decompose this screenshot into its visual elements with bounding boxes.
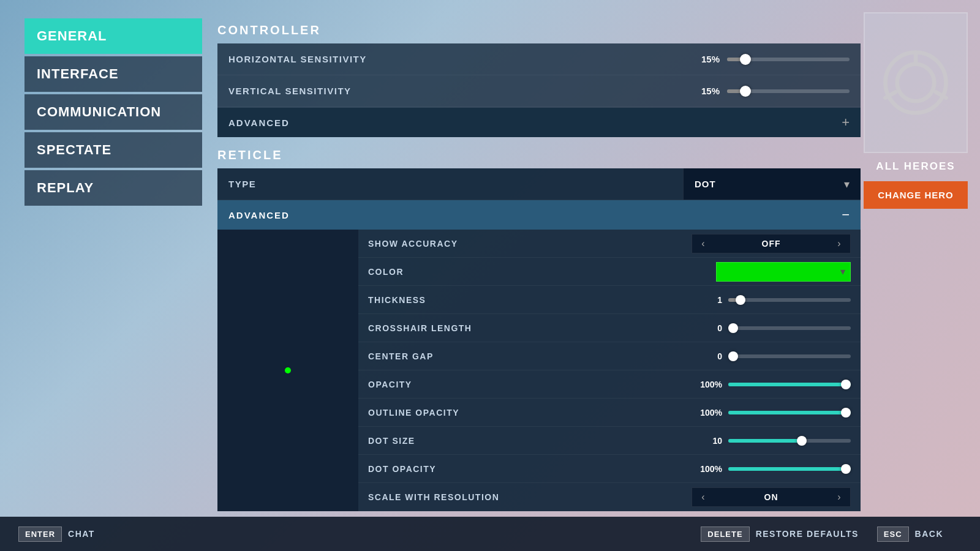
controller-section-label: CONTROLLER — [217, 23, 861, 37]
thickness-slider[interactable] — [728, 298, 851, 302]
outline-opacity-fill — [728, 411, 851, 414]
reticle-type-row: TYPE DOT ▾ — [217, 168, 861, 200]
sidebar-item-spectate[interactable]: SPECTATE — [24, 132, 202, 168]
scale-resolution-control[interactable]: ‹ ON › — [692, 487, 851, 507]
scale-resolution-row: SCALE WITH RESOLUTION ‹ ON › — [358, 483, 861, 511]
restore-defaults-label: RESTORE DEFAULTS — [756, 529, 859, 539]
reticle-panel: TYPE DOT ▾ ADVANCED − SHOW ACCURACY — [217, 168, 861, 511]
outline-opacity-label: OUTLINE OPACITY — [368, 408, 692, 418]
chat-action-label: CHAT — [68, 529, 95, 539]
scale-resolution-left-btn[interactable]: ‹ — [692, 487, 714, 507]
scale-resolution-label: SCALE WITH RESOLUTION — [368, 492, 692, 502]
reticle-preview — [217, 230, 358, 511]
vertical-sensitivity-row: VERTICAL SENSITIVITY 15% — [217, 75, 861, 107]
color-swatch[interactable]: ▾ — [716, 262, 851, 282]
thickness-value: 1 — [692, 295, 722, 305]
hero-name: ALL HEROES — [876, 153, 955, 181]
opacity-thumb[interactable] — [841, 380, 851, 389]
vertical-sensitivity-label: VERTICAL SENSITIVITY — [228, 86, 689, 96]
thickness-label: THICKNESS — [368, 295, 692, 305]
crosshair-dot — [285, 367, 291, 373]
dot-size-fill — [728, 439, 802, 443]
back-label: BACK — [915, 529, 943, 539]
sidebar-item-replay[interactable]: REPLAY — [24, 170, 202, 206]
controller-advanced-plus-icon: + — [842, 114, 850, 130]
reticle-section-label: RETICLE — [217, 148, 861, 162]
opacity-row: OPACITY 100% — [358, 370, 861, 399]
thickness-row: THICKNESS 1 — [358, 286, 861, 314]
reticle-advanced-header[interactable]: ADVANCED − — [217, 200, 861, 230]
hero-portrait — [864, 12, 968, 153]
dot-opacity-thumb[interactable] — [841, 464, 851, 474]
opacity-value: 100% — [692, 380, 722, 389]
reticle-advanced-content: SHOW ACCURACY ‹ OFF › COLOR ▾ THIC — [217, 230, 861, 511]
center-gap-label: CENTER GAP — [368, 351, 692, 361]
bottom-bar: ENTER CHAT DELETE RESTORE DEFAULTS ESC B… — [0, 517, 980, 551]
show-accuracy-label: SHOW ACCURACY — [368, 239, 692, 249]
crosshair-length-row: CROSSHAIR LENGTH 0 — [358, 314, 861, 342]
controller-advanced-header[interactable]: ADVANCED + — [217, 108, 861, 137]
controller-panel: HORIZONTAL SENSITIVITY 15% VERTICAL SENS… — [217, 43, 861, 137]
reticle-advanced-toggle-icon: − — [842, 207, 850, 223]
outline-opacity-thumb[interactable] — [841, 408, 851, 418]
horizontal-sensitivity-row: HORIZONTAL SENSITIVITY 15% — [217, 43, 861, 75]
center-gap-value: 0 — [692, 351, 722, 361]
color-dropdown-arrow-icon: ▾ — [840, 266, 845, 277]
dot-size-value: 10 — [692, 436, 722, 446]
opacity-label: OPACITY — [368, 380, 692, 389]
outline-opacity-slider[interactable] — [728, 411, 851, 414]
delete-key: DELETE — [701, 527, 749, 542]
reticle-type-dropdown[interactable]: DOT ▾ — [683, 168, 861, 200]
sidebar: GENERAL INTERFACE COMMUNICATION SPECTATE… — [24, 18, 202, 206]
dot-opacity-label: DOT OPACITY — [368, 464, 692, 474]
main-content: CONTROLLER HORIZONTAL SENSITIVITY 15% VE… — [217, 12, 861, 514]
horizontal-sensitivity-value: 15% — [689, 54, 720, 64]
horizontal-sensitivity-slider[interactable] — [727, 58, 850, 61]
dot-opacity-value: 100% — [692, 464, 722, 474]
change-hero-button[interactable]: CHANGE HERO — [864, 181, 968, 209]
outline-opacity-value: 100% — [692, 408, 722, 418]
show-accuracy-left-btn[interactable]: ‹ — [692, 234, 714, 253]
svg-point-1 — [897, 64, 935, 102]
sidebar-item-communication[interactable]: COMMUNICATION — [24, 94, 202, 130]
reticle-advanced-settings: SHOW ACCURACY ‹ OFF › COLOR ▾ THIC — [358, 230, 861, 511]
sidebar-item-general[interactable]: GENERAL — [24, 18, 202, 54]
center-gap-thumb[interactable] — [728, 351, 738, 361]
vertical-sensitivity-value: 15% — [689, 86, 720, 96]
vertical-sensitivity-slider[interactable] — [727, 89, 850, 93]
show-accuracy-right-btn[interactable]: › — [828, 234, 850, 253]
center-gap-row: CENTER GAP 0 — [358, 342, 861, 370]
dot-opacity-slider[interactable] — [728, 467, 851, 471]
reticle-type-dropdown-arrow-icon: ▾ — [844, 178, 850, 191]
dot-size-label: DOT SIZE — [368, 436, 692, 446]
controller-advanced-label: ADVANCED — [228, 118, 842, 128]
color-label: COLOR — [368, 267, 716, 277]
dot-size-thumb[interactable] — [797, 436, 807, 446]
outline-opacity-row: OUTLINE OPACITY 100% — [358, 399, 861, 427]
sidebar-item-interface[interactable]: INTERFACE — [24, 56, 202, 92]
dot-opacity-fill — [728, 467, 851, 471]
esc-key: ESC — [877, 527, 909, 542]
crosshair-length-slider[interactable] — [728, 326, 851, 330]
show-accuracy-value: OFF — [714, 239, 828, 249]
crosshair-length-value: 0 — [692, 323, 722, 333]
dot-size-slider[interactable] — [728, 439, 851, 443]
thickness-thumb[interactable] — [736, 295, 745, 305]
horizontal-sensitivity-label: HORIZONTAL SENSITIVITY — [228, 54, 689, 64]
overwatch-logo-icon — [882, 49, 949, 116]
crosshair-length-thumb[interactable] — [728, 323, 738, 333]
horizontal-sensitivity-thumb[interactable] — [740, 54, 751, 65]
show-accuracy-control[interactable]: ‹ OFF › — [692, 234, 851, 253]
crosshair-length-label: CROSSHAIR LENGTH — [368, 323, 692, 333]
opacity-slider[interactable] — [728, 383, 851, 386]
dot-size-row: DOT SIZE 10 — [358, 427, 861, 455]
vertical-sensitivity-thumb[interactable] — [740, 86, 751, 97]
show-accuracy-row: SHOW ACCURACY ‹ OFF › — [358, 230, 861, 258]
enter-key: ENTER — [18, 527, 62, 542]
center-gap-slider[interactable] — [728, 354, 851, 358]
opacity-fill — [728, 383, 851, 386]
reticle-type-label: TYPE — [217, 179, 683, 189]
scale-resolution-right-btn[interactable]: › — [828, 487, 850, 507]
scale-resolution-value: ON — [714, 492, 828, 502]
dot-opacity-row: DOT OPACITY 100% — [358, 455, 861, 483]
